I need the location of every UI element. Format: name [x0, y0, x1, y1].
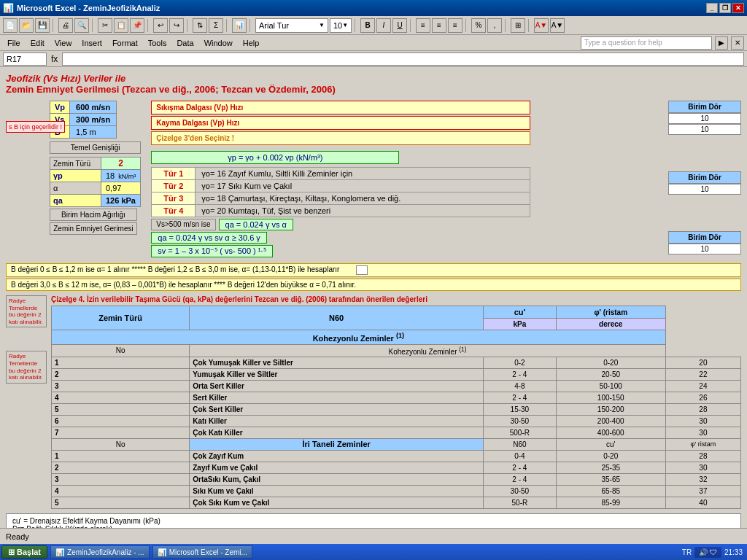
callout-vp: Sıkışma Dalgası (Vp) Hızı [151, 101, 530, 114]
formula-bar: R17 fx [0, 51, 747, 67]
font-color-icon[interactable]: A▼ [550, 18, 565, 33]
percent-icon[interactable]: % [471, 18, 486, 33]
qa-value[interactable]: 126 kPa [101, 195, 141, 207]
close-button[interactable]: ✕ [732, 3, 744, 13]
merge-icon[interactable]: ⊞ [511, 18, 525, 33]
sort-icon[interactable]: ⇅ [193, 18, 207, 33]
preview-icon[interactable]: 🔍 [74, 18, 89, 33]
col-cu-header: cu' [484, 306, 557, 319]
iri-taneli-header-row: No İri Taneli Zeminler N60 cu' φ' ristam [52, 438, 741, 450]
footer-note-1: cu' = Drenajsız Efektif Kayma Dayanımı (… [12, 517, 735, 525]
gp-value[interactable]: 18 kN/m³ [101, 170, 141, 182]
menu-help[interactable]: Help [239, 37, 264, 49]
font-name-box[interactable]: Arial Tur ▼ [255, 18, 328, 33]
birim-panel-3: Birim Dör 10 [668, 231, 741, 254]
birim-panel-1: Birim Dör 10 10 [668, 101, 741, 135]
b-value[interactable]: 1,5 m [70, 126, 117, 139]
callout-cizelge: Çizelge 3'den Seçiniz ! [151, 131, 530, 145]
menu-insert[interactable]: Insert [77, 37, 107, 49]
table4-title: Çizelge 4. İzin verilebilir Taşıma Gücü … [51, 295, 741, 303]
birim-hacim-label: Birim Hacim Ağırlığı [50, 209, 137, 221]
window-controls: _ ❐ ✕ [706, 3, 744, 13]
vp-vs-table: Vp 600 m/sn Vs 300 m/sn B 1,5 m [50, 101, 117, 139]
alpha-value[interactable]: 0,97 [101, 182, 141, 195]
italic-icon[interactable]: I [376, 18, 391, 33]
restore-button[interactable]: ❐ [719, 3, 731, 13]
paste-icon[interactable]: 📌 [130, 18, 144, 33]
tur-table: Tür 1 γo= 16 Zayıf Kumlu, Siltli Killi Z… [151, 167, 530, 217]
menu-format[interactable]: Format [108, 37, 142, 49]
align-left-icon[interactable]: ≡ [416, 18, 430, 33]
font-size-box[interactable]: 10 ▼ [330, 18, 352, 33]
formula-f1: qa = 0.024 γ vs α [219, 219, 293, 230]
start-button[interactable]: ⊞ Başlat [1, 545, 47, 559]
save-icon[interactable]: 💾 [35, 18, 50, 33]
menu-tools[interactable]: Tools [144, 37, 171, 49]
sheet-title-2: Zemin Emniyet Gerilmesi (Tezcan ve diğ.,… [6, 84, 741, 95]
help-search-box[interactable]: Type a question for help [581, 36, 712, 50]
zemin-emniyet-label: Zemin Emniyet Gerimesi [50, 222, 137, 235]
vp-value[interactable]: 600 m/sn [70, 101, 117, 114]
formula-f3: sv = 1 – 3 x 10⁻⁵ ( vs- 500 ) ¹·⁵ [151, 245, 272, 257]
cell-reference[interactable]: R17 [3, 52, 47, 66]
temel-label: Temel Genişliği [50, 141, 141, 154]
vp-label: Vp [50, 101, 70, 114]
table-row: 2 Yumuşak Killer ve Siltler 2 - 4 20-50 … [52, 368, 741, 380]
redo-icon[interactable]: ↪ [169, 18, 184, 33]
taskbar: ⊞ Başlat 📊 ZeminJeofizikAnaliz - ... 📊 M… [0, 544, 747, 560]
cut-icon[interactable]: ✂ [98, 18, 112, 33]
alpha-label: α [50, 182, 101, 195]
callout-vs: Kayma Dalgası (Vp) Hızı [151, 116, 530, 130]
clock: 21:33 [724, 548, 743, 556]
bold-icon[interactable]: B [360, 18, 375, 33]
radye-btn-1: Radye Temellerde bu değerin 2 katı alına… [6, 295, 47, 327]
fill-color-icon[interactable]: A▼ [534, 18, 549, 33]
toolbar: 📄 📂 💾 🖨 🔍 ✂ 📋 📌 ↩ ↪ ⇅ Σ 📊 Arial Tur ▼ 10… [0, 16, 747, 35]
note-bar-1: B değeri 0 ≤ B ≤ 1,2 m ise α= 1 alınır *… [6, 263, 741, 277]
comma-icon[interactable]: , [487, 18, 502, 33]
undo-icon[interactable]: ↩ [153, 18, 168, 33]
app-icon: 📊 [3, 3, 14, 13]
align-center-icon[interactable]: ≡ [432, 18, 446, 33]
help-search-icon[interactable]: ▶ [715, 36, 728, 50]
col-kpa: kPa [484, 319, 557, 330]
formula-f2: qa = 0.024 γ vs sv α ≥ 30.6 γ [151, 232, 267, 244]
table-row: 3 OrtaSıkı Kum, Çakıl 2 - 4 35-65 32 [52, 473, 741, 485]
tur4-desc: γo= 20 Kumtaşı, Tüf, Şist ve benzeri [196, 205, 530, 217]
table-row: 5 Çok Sıkı Kum ve Çakıl 50-R 85-99 40 [52, 497, 741, 508]
align-right-icon[interactable]: ≡ [448, 18, 462, 33]
help-extra-icon[interactable]: ✕ [731, 36, 744, 50]
footer-notes: cu' = Drenajsız Efektif Kayma Dayanımı (… [6, 513, 741, 528]
lang-indicator: TR [682, 548, 692, 556]
minimize-button[interactable]: _ [706, 3, 718, 13]
network-icon: 🔊 [699, 548, 708, 556]
zemin-turu-val[interactable]: 2 [101, 158, 141, 170]
spreadsheet-scroll[interactable]: Jeofizik (Vs Hızı) Veriler ile Zemin Emn… [0, 67, 747, 528]
menu-window[interactable]: Window [200, 37, 237, 49]
kohezyonlu-header: Kohezyonlu Zeminler (1) [52, 330, 666, 345]
kohezyonlu-subheader: Kohezyonlu Zeminler (1) [190, 344, 666, 357]
font-name-text: Arial Tur [259, 21, 289, 30]
tur1-label: Tür 1 [152, 168, 196, 180]
sys-tray-icons: 🔊 🛡 [694, 547, 721, 558]
menu-file[interactable]: File [3, 37, 25, 49]
new-icon[interactable]: 📄 [3, 18, 18, 33]
col-phi-header: φ' (ristam [556, 306, 665, 319]
underline-icon[interactable]: U [392, 18, 407, 33]
vs-value[interactable]: 300 m/sn [70, 114, 117, 126]
chart-icon[interactable]: 📊 [232, 18, 247, 33]
menu-edit[interactable]: Edit [26, 37, 49, 49]
print-icon[interactable]: 🖨 [58, 18, 73, 33]
open-icon[interactable]: 📂 [19, 18, 34, 33]
menu-data[interactable]: Data [172, 37, 198, 49]
menu-view[interactable]: View [50, 37, 77, 49]
sum-icon[interactable]: Σ [209, 18, 223, 33]
formula-input[interactable] [62, 52, 744, 66]
taskbar-item-1[interactable]: 📊 ZeminJeofizikAnaliz - ... [50, 545, 150, 559]
radye-btn-2: Radye Temellerde bu değerin 2 katı alına… [6, 351, 47, 383]
table-row: 3 Orta Sert Killer 4-8 50-100 24 [52, 380, 741, 392]
copy-icon[interactable]: 📋 [114, 18, 128, 33]
taskbar-item-2[interactable]: 📊 Microsoft Excel - Zemi... [152, 545, 252, 559]
tur3-desc: γo= 18 Çamurtaşı, Kireçtaşı, Kiltaşı, Ko… [196, 192, 530, 205]
help-area: Type a question for help ▶ ✕ [581, 36, 744, 50]
